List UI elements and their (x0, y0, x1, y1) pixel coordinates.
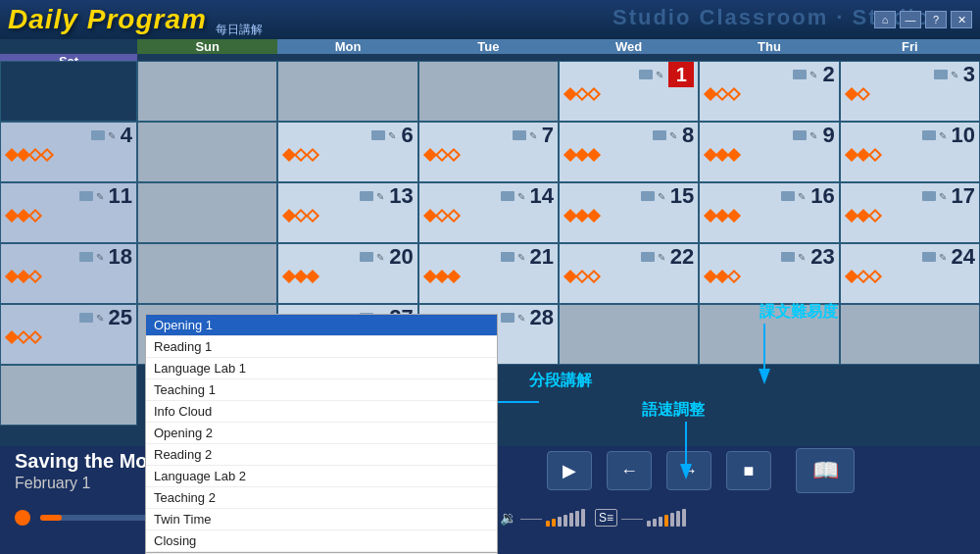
dropdown-item-3[interactable]: Teaching 1 (146, 379, 497, 401)
cal-cell-w1d4[interactable]: ✎9 (699, 122, 839, 182)
date-num-3-2: 21 (530, 246, 554, 268)
cal-cell-w0d4[interactable]: ✎2 (699, 61, 839, 122)
cal-cell-w0d2[interactable] (418, 61, 559, 122)
diamond-3-3-2 (587, 270, 601, 283)
cal-cell-w2d5[interactable]: ✎17 (840, 182, 980, 243)
diamond-1-2-2 (447, 148, 461, 162)
cal-cell-w4d4[interactable] (699, 304, 839, 365)
dropdown-item-0[interactable]: Opening 1 (146, 315, 497, 336)
diamond-1-1-2 (306, 148, 319, 162)
date-num-1-6: 11 (109, 185, 132, 207)
volume-dots (546, 509, 585, 527)
vol-dash: —— (520, 512, 542, 524)
header-sun: Sun (137, 39, 277, 54)
cal-cell-w0d0[interactable] (137, 61, 277, 122)
date-num-3-1: 20 (389, 246, 413, 268)
dropdown-item-4[interactable]: Info Cloud (146, 401, 497, 423)
cal-cell-w1d2[interactable]: ✎7 (418, 122, 559, 182)
play-button[interactable]: ▶ (547, 451, 592, 490)
dropdown-item-1[interactable]: Reading 1 (146, 336, 497, 358)
vol-dot-4 (564, 515, 567, 527)
cal-cell-w0d1[interactable] (277, 61, 417, 122)
cell-mini-icon-1-4 (793, 130, 807, 140)
cell-pen-icon-3-4: ✎ (798, 252, 806, 263)
cal-cell-w4d3[interactable] (559, 304, 699, 365)
diamond-3-1-2 (306, 270, 319, 283)
vol-dot-3 (558, 517, 562, 527)
cell-mini-icon-2-3 (641, 191, 655, 201)
cal-cell-w2d3[interactable]: ✎15 (559, 182, 699, 243)
dropdown-overlay: Opening 1Reading 1Language Lab 1Teaching… (145, 314, 498, 554)
date-num-2-5: 17 (952, 185, 975, 207)
header-thu: Thu (699, 39, 839, 54)
cal-cell-w2d2[interactable]: ✎14 (418, 182, 559, 243)
dropdown-item-8[interactable]: Teaching 2 (146, 487, 497, 509)
diamond-3-6-2 (28, 330, 42, 344)
cell-mini-icon-3-2 (501, 252, 514, 262)
dropdown-item-6[interactable]: Reading 2 (146, 444, 497, 466)
cal-cell-w2d1[interactable]: ✎13 (277, 182, 417, 243)
cell-row1-w3d2: ✎21 (423, 246, 554, 268)
dropdown-item-9[interactable]: Twin Time (146, 509, 497, 530)
cell-mini-icon-1-3 (653, 130, 666, 140)
cal-cell-w2d6[interactable]: ✎18 (0, 243, 137, 304)
stop-button[interactable]: ■ (726, 451, 771, 490)
cal-cell-w1d6[interactable]: ✎11 (0, 182, 137, 243)
cal-cell-w0d6[interactable]: ✎4 (0, 122, 137, 182)
home-button[interactable]: ⌂ (874, 11, 896, 28)
cal-cell-w0d5[interactable]: ✎3 (840, 61, 980, 122)
book-button[interactable]: 📖 (796, 448, 855, 493)
cal-cell-w3d5[interactable]: ✎24 (840, 243, 980, 304)
volume-control[interactable]: 🔉 —— (500, 509, 585, 527)
dropdown-item-5[interactable]: Opening 2 (146, 423, 497, 444)
cal-cell-w1d0[interactable] (137, 122, 277, 182)
cal-cell-w3d3[interactable]: ✎22 (559, 243, 699, 304)
dropdown-item-7[interactable]: Language Lab 2 (146, 466, 497, 487)
speed-dot-5 (670, 513, 674, 527)
cell-mini-icon-3-6 (79, 313, 93, 323)
cal-cell-w3d6[interactable]: ✎25 (0, 304, 137, 365)
cal-cell-w4d5[interactable] (840, 304, 980, 365)
cal-cell-w2d4[interactable]: ✎16 (699, 182, 839, 243)
cal-cell-w4d6[interactable] (0, 365, 137, 426)
back-button[interactable]: ← (607, 451, 652, 490)
cell-pen-icon-0-4: ✎ (809, 70, 817, 80)
cal-cell-w3d0[interactable] (137, 243, 277, 304)
dropdown-item-2[interactable]: Language Lab 1 (146, 358, 497, 379)
diamond-0-3-2 (587, 87, 601, 101)
cal-cell-w2d0[interactable] (137, 182, 277, 243)
minimize-button[interactable]: — (900, 11, 921, 28)
cal-cell-w1d1[interactable]: ✎6 (277, 122, 417, 182)
cell-pen-icon-1-4: ✎ (809, 130, 817, 141)
cal-cell-w3d1[interactable]: ✎20 (277, 243, 417, 304)
cell-row1-w2d4: ✎16 (704, 185, 834, 207)
speed-dot-2 (653, 519, 657, 527)
dropdown-item-10[interactable]: Closing (146, 530, 497, 552)
progress-fill (40, 515, 62, 521)
cell-mini-icon-1-6 (79, 191, 93, 201)
cal-cell-w3d4[interactable]: ✎23 (699, 243, 839, 304)
cal-cell-w0d3[interactable]: ✎1 (559, 61, 699, 122)
diamond-1-4-2 (727, 148, 741, 162)
cal-cell-w1d5[interactable]: ✎10 (840, 122, 980, 182)
diamond-2-3-2 (587, 209, 601, 223)
speed-control[interactable]: S≡ —— (595, 509, 686, 527)
header-wed: Wed (559, 39, 699, 54)
forward-button[interactable]: → (666, 451, 711, 490)
cell-mini-icon-3-1 (360, 252, 373, 262)
date-num-2-6: 18 (109, 246, 132, 268)
diamond-2-6-2 (28, 270, 42, 283)
cell-diamonds-w1d2 (423, 146, 554, 160)
cell-row1-w1d5: ✎10 (845, 125, 975, 146)
close-button[interactable]: ✕ (951, 11, 972, 28)
date-num-3-4: 23 (810, 246, 834, 268)
cal-cell-w1d3[interactable]: ✎8 (559, 122, 699, 182)
cal-cell-w3d2[interactable]: ✎21 (418, 243, 559, 304)
week-row-0: ✎1✎2✎3✎4 (0, 61, 980, 122)
week-row-2: 12✎13✎14✎15✎16✎17✎18 (0, 182, 980, 243)
help-button[interactable]: ? (925, 11, 947, 28)
calendar-header: Sun Mon Tue Wed Thu Fri Sat (0, 39, 980, 61)
date-num-2-3: 15 (670, 185, 694, 207)
cell-row1-w3d3: ✎22 (564, 246, 694, 268)
cell-diamonds-w0d6 (5, 146, 132, 160)
